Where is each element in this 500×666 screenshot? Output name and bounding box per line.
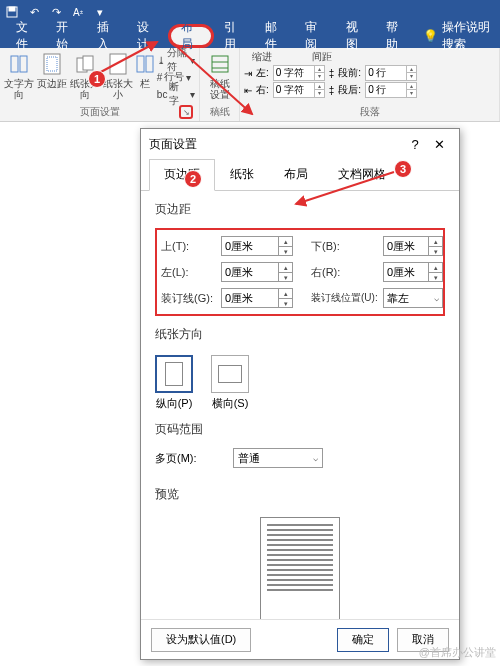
- svg-line-16: [296, 172, 394, 204]
- tab-mailings[interactable]: 邮件: [255, 24, 295, 48]
- dialog-title: 页面设置: [149, 136, 197, 153]
- close-icon[interactable]: ✕: [427, 137, 451, 152]
- bulb-icon: 💡: [423, 29, 438, 43]
- text-direction-button[interactable]: 文字方向: [4, 50, 35, 100]
- save-icon[interactable]: [4, 4, 20, 20]
- dialog-tab-paper[interactable]: 纸张: [215, 159, 269, 190]
- spacing-after-input[interactable]: ▴▾: [365, 82, 417, 98]
- preview-section-title: 预览: [155, 486, 445, 503]
- annotation-badge-2: 2: [184, 170, 202, 188]
- font-size-icon[interactable]: A±: [70, 4, 86, 20]
- margin-bottom-input[interactable]: ▴▾: [383, 236, 443, 256]
- indent-right-input[interactable]: ▴▾: [273, 82, 325, 98]
- set-default-button[interactable]: 设为默认值(D): [151, 628, 251, 652]
- help-icon[interactable]: ?: [403, 137, 427, 152]
- undo-icon[interactable]: ↶: [26, 4, 42, 20]
- annotation-badge-1: 1: [88, 70, 106, 88]
- spacing-label: 间距: [312, 50, 332, 64]
- svg-rect-2: [11, 56, 18, 72]
- svg-rect-1: [9, 7, 15, 11]
- redo-icon[interactable]: ↷: [48, 4, 64, 20]
- multi-pages-select[interactable]: 普通: [233, 448, 323, 468]
- svg-line-15: [174, 44, 252, 114]
- margin-right-input[interactable]: ▴▾: [383, 262, 443, 282]
- ok-button[interactable]: 确定: [337, 628, 389, 652]
- orientation-section-title: 纸张方向: [155, 326, 445, 343]
- spacing-before-input[interactable]: ▴▾: [365, 65, 417, 81]
- pages-section-title: 页码范围: [155, 421, 445, 438]
- tab-file[interactable]: 文件: [6, 24, 46, 48]
- margins-grid: 上(T): ▴▾ 下(B): ▴▾ 左(L): ▴▾ 右(R): ▴▾ 装订线(…: [155, 228, 445, 316]
- paragraph-group-label: 段落: [244, 105, 495, 121]
- tab-help[interactable]: 帮助: [376, 24, 416, 48]
- gutter-input[interactable]: ▴▾: [221, 288, 293, 308]
- watermark: @首席办公讲堂: [419, 645, 496, 660]
- indent-left-input[interactable]: ▴▾: [273, 65, 325, 81]
- orientation-portrait[interactable]: 纵向(P): [155, 355, 193, 411]
- svg-rect-3: [20, 56, 27, 72]
- dialog-tab-margins[interactable]: 页边距: [149, 159, 215, 191]
- orientation-landscape[interactable]: 横向(S): [211, 355, 249, 411]
- svg-line-14: [97, 42, 157, 74]
- gutter-position-select[interactable]: 靠左: [383, 288, 443, 308]
- tell-me[interactable]: 💡操作说明搜索: [423, 24, 500, 48]
- margins-button[interactable]: 页边距: [37, 50, 68, 89]
- qat-more-icon[interactable]: ▾: [92, 4, 108, 20]
- annotation-badge-3: 3: [394, 160, 412, 178]
- page-setup-group-label: 页面设置: [80, 106, 120, 117]
- margin-top-input[interactable]: ▴▾: [221, 236, 293, 256]
- svg-rect-7: [83, 56, 93, 70]
- tab-view[interactable]: 视图: [336, 24, 376, 48]
- tab-review[interactable]: 审阅: [295, 24, 335, 48]
- margin-left-input[interactable]: ▴▾: [221, 262, 293, 282]
- tab-home[interactable]: 开始: [46, 24, 86, 48]
- preview-pane: [155, 517, 445, 619]
